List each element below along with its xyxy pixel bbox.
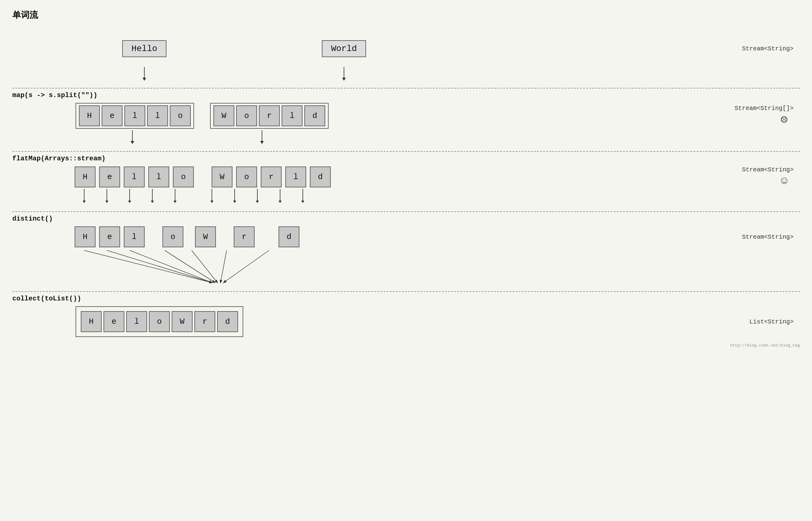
map-l1: l [124, 105, 145, 126]
flatmap-stream-type: Stream<String> [742, 166, 794, 173]
collect-group: H e l o W r d [75, 306, 243, 337]
dist-l: l [124, 226, 145, 247]
map-r: r [259, 105, 280, 126]
source-stream-type: Stream<String> [742, 45, 794, 52]
converging-arrows-container [12, 249, 800, 286]
dashed-line-3 [12, 211, 800, 212]
coll-w: W [172, 311, 192, 332]
map-e: e [102, 105, 122, 126]
fm-o2: o [236, 166, 257, 187]
dashed-line-2 [12, 151, 800, 152]
map-row: H e l l o W o r l d Stream<String[]> ☹ [12, 103, 800, 129]
diagram-area: Hello World Stream<String> [12, 30, 800, 348]
coll-r: r [194, 311, 215, 332]
map-emoji: ☹ [781, 113, 787, 127]
dist-h: H [75, 226, 95, 247]
coll-o: o [149, 311, 170, 332]
page-title: 单词流 [12, 9, 800, 21]
footer-note: http://blog.csdn.net/blog_tag [12, 343, 800, 348]
svg-line-1 [107, 250, 212, 282]
map-h: H [79, 105, 100, 126]
map-l2: l [147, 105, 168, 126]
flatmap-op-label: flatMap(Arrays::stream) [12, 155, 800, 162]
dist-w: W [195, 226, 216, 247]
collect-stream-type: List<String> [749, 318, 794, 325]
fm-w: W [212, 166, 232, 187]
distinct-op-label: distinct() [12, 215, 800, 223]
map-l3: l [282, 105, 302, 126]
source-arrows [12, 67, 800, 82]
fm-l3: l [285, 166, 306, 187]
fm-o: o [173, 166, 194, 187]
map-arrows [12, 130, 800, 145]
fm-e: e [99, 166, 120, 187]
fm-h: H [75, 166, 95, 187]
fm-r: r [261, 166, 282, 187]
map-o2: o [236, 105, 257, 126]
map-w: W [213, 105, 234, 126]
map-stream-type: Stream<String[]> [735, 105, 794, 112]
fm-d: d [310, 166, 331, 187]
distinct-row: H e l o W r d Stream<String> [12, 226, 800, 247]
source-hello-box: Hello [122, 40, 166, 57]
source-row: Hello World Stream<String> [12, 30, 800, 67]
map-op-label: map(s -> s.split("")) [12, 92, 800, 99]
flatmap-arrows [12, 189, 800, 206]
coll-e: e [103, 311, 124, 332]
map-world-group: W o r l d [210, 103, 329, 129]
dist-e: e [99, 226, 120, 247]
svg-line-3 [165, 250, 215, 282]
svg-line-2 [130, 250, 212, 282]
distinct-stream-type: Stream<String> [742, 233, 794, 241]
dist-d: d [279, 226, 299, 247]
map-o: o [170, 105, 191, 126]
map-hello-group: H e l l o [75, 103, 194, 129]
svg-line-6 [224, 250, 269, 282]
flatmap-row: H e l l o W o r l d Stream<String> ☺ [12, 166, 800, 187]
source-world-box: World [322, 40, 366, 57]
collect-row: H e l o W r d List<String> [12, 306, 800, 337]
fm-l2: l [148, 166, 169, 187]
coll-d: d [217, 311, 238, 332]
svg-line-5 [221, 250, 227, 282]
dashed-line-4 [12, 291, 800, 292]
svg-line-0 [84, 250, 212, 282]
fm-l1: l [124, 166, 145, 187]
map-d: d [304, 105, 325, 126]
dist-o: o [162, 226, 183, 247]
coll-l: l [126, 311, 147, 332]
converging-arrows-svg [74, 249, 381, 286]
dashed-line-1 [12, 88, 800, 89]
coll-h: H [81, 311, 102, 332]
dist-r: r [234, 226, 255, 247]
collect-op-label: collect(toList()) [12, 295, 800, 302]
flatmap-emoji: ☺ [781, 175, 787, 187]
